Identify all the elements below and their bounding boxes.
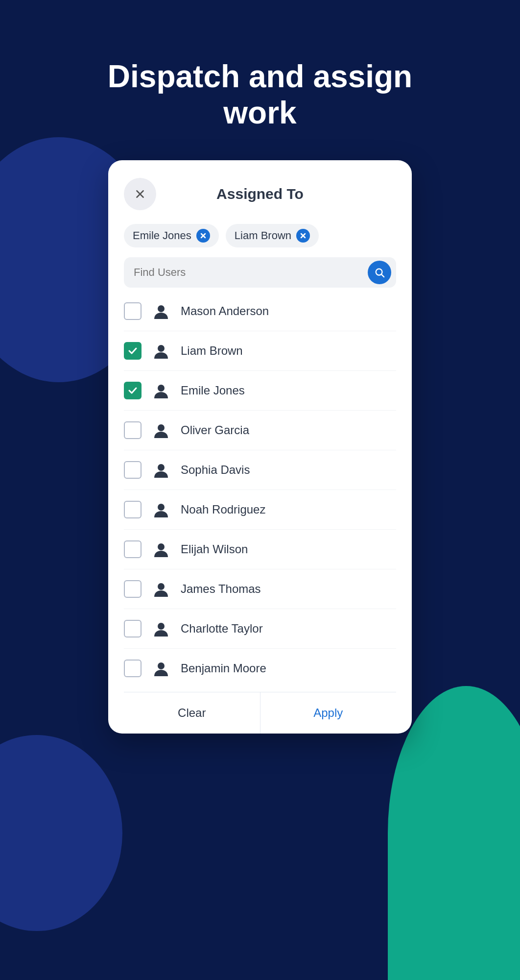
- close-button[interactable]: [124, 178, 156, 210]
- search-button[interactable]: [368, 261, 391, 284]
- user-item-sophia-davis[interactable]: Sophia Davis: [124, 450, 396, 490]
- checkbox-mason-anderson[interactable]: [124, 302, 142, 320]
- user-name-liam-brown: Liam Brown: [181, 344, 243, 358]
- avatar-james-thomas: [150, 578, 172, 600]
- tag-liam-brown-label: Liam Brown: [235, 229, 291, 242]
- user-name-benjamin-moore: Benjamin Moore: [181, 662, 266, 675]
- tag-liam-brown[interactable]: Liam Brown: [226, 224, 319, 247]
- background-blob-bottom-left: [0, 735, 122, 931]
- avatar-charlotte-taylor: [150, 618, 172, 639]
- svg-point-16: [158, 623, 165, 630]
- modal-header: Assigned To: [124, 178, 396, 210]
- checkbox-benjamin-moore[interactable]: [124, 660, 142, 677]
- tag-emile-jones-label: Emile Jones: [133, 229, 191, 242]
- avatar-mason-anderson: [150, 300, 172, 322]
- selected-tags: Emile Jones Liam Brown: [124, 224, 396, 247]
- avatar-liam-brown: [150, 340, 172, 362]
- clear-button[interactable]: Clear: [124, 692, 260, 734]
- user-item-benjamin-moore[interactable]: Benjamin Moore: [124, 649, 396, 688]
- user-item-emile-jones[interactable]: Emile Jones: [124, 371, 396, 411]
- svg-point-12: [158, 464, 165, 471]
- page-title: Dispatch and assign work: [89, 59, 431, 131]
- user-item-oliver-garcia[interactable]: Oliver Garcia: [124, 411, 396, 450]
- svg-point-15: [158, 583, 165, 590]
- user-name-oliver-garcia: Oliver Garcia: [181, 423, 249, 437]
- user-item-elijah-wilson[interactable]: Elijah Wilson: [124, 530, 396, 569]
- checkbox-oliver-garcia[interactable]: [124, 421, 142, 439]
- avatar-benjamin-moore: [150, 658, 172, 679]
- apply-button[interactable]: Apply: [260, 692, 397, 734]
- checkbox-noah-rodriguez[interactable]: [124, 501, 142, 518]
- checkbox-sophia-davis[interactable]: [124, 461, 142, 479]
- user-item-mason-anderson[interactable]: Mason Anderson: [124, 292, 396, 331]
- remove-emile-jones-button[interactable]: [196, 229, 210, 243]
- user-name-elijah-wilson: Elijah Wilson: [181, 542, 248, 556]
- checkbox-emile-jones[interactable]: [124, 382, 142, 399]
- user-item-liam-brown[interactable]: Liam Brown: [124, 331, 396, 371]
- checkbox-charlotte-taylor[interactable]: [124, 620, 142, 637]
- search-row: [124, 257, 396, 288]
- user-list: Mason Anderson Liam Brown: [124, 292, 396, 688]
- avatar-noah-rodriguez: [150, 499, 172, 520]
- svg-point-9: [158, 345, 165, 352]
- user-item-james-thomas[interactable]: James Thomas: [124, 569, 396, 609]
- svg-point-8: [158, 305, 165, 312]
- search-input[interactable]: [124, 257, 396, 288]
- background-blob-teal: [388, 686, 520, 980]
- avatar-elijah-wilson: [150, 539, 172, 560]
- user-item-charlotte-taylor[interactable]: Charlotte Taylor: [124, 609, 396, 649]
- modal-title: Assigned To: [156, 186, 396, 202]
- tag-emile-jones[interactable]: Emile Jones: [124, 224, 219, 247]
- svg-point-17: [158, 662, 165, 669]
- user-name-james-thomas: James Thomas: [181, 582, 261, 596]
- svg-line-7: [381, 274, 384, 277]
- modal-footer: Clear Apply: [124, 692, 396, 734]
- user-name-emile-jones: Emile Jones: [181, 384, 245, 397]
- remove-liam-brown-button[interactable]: [296, 229, 310, 243]
- checkbox-james-thomas[interactable]: [124, 580, 142, 598]
- checkbox-elijah-wilson[interactable]: [124, 540, 142, 558]
- avatar-emile-jones: [150, 380, 172, 401]
- header-section: Dispatch and assign work: [0, 0, 520, 160]
- user-name-mason-anderson: Mason Anderson: [181, 304, 269, 318]
- assign-modal: Assigned To Emile Jones Liam Brown: [108, 160, 412, 734]
- user-name-charlotte-taylor: Charlotte Taylor: [181, 622, 263, 636]
- avatar-sophia-davis: [150, 459, 172, 481]
- user-name-noah-rodriguez: Noah Rodriguez: [181, 503, 265, 516]
- user-item-noah-rodriguez[interactable]: Noah Rodriguez: [124, 490, 396, 530]
- checkbox-liam-brown[interactable]: [124, 342, 142, 360]
- svg-point-14: [158, 543, 165, 550]
- svg-point-10: [158, 385, 165, 392]
- avatar-oliver-garcia: [150, 419, 172, 441]
- svg-point-13: [158, 504, 165, 511]
- user-name-sophia-davis: Sophia Davis: [181, 463, 250, 477]
- svg-point-11: [158, 424, 165, 431]
